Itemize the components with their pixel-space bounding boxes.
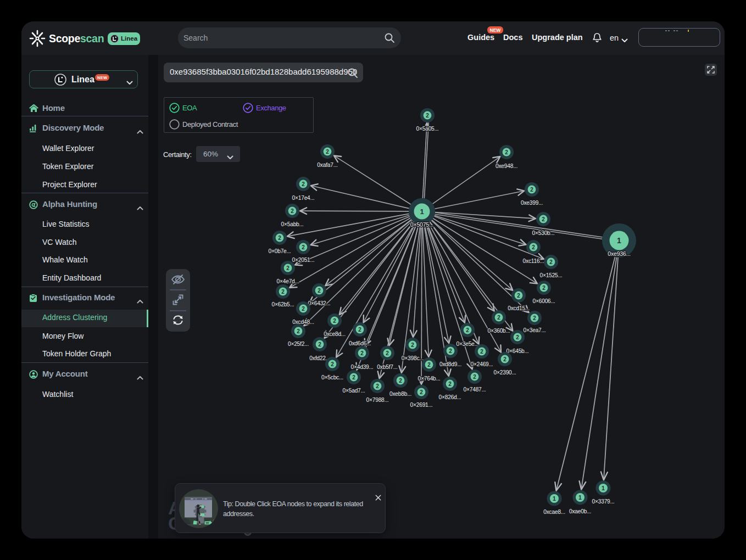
svg-text:0×5a05...: 0×5a05... bbox=[416, 126, 439, 132]
svg-text:2: 2 bbox=[503, 356, 506, 362]
svg-text:0xce8d...: 0xce8d... bbox=[324, 331, 346, 337]
svg-text:2: 2 bbox=[542, 285, 545, 291]
svg-text:0×5abb...: 0×5abb... bbox=[281, 221, 304, 227]
svg-text:0xcd15...: 0xcd15... bbox=[508, 305, 530, 311]
svg-text:2: 2 bbox=[318, 341, 321, 348]
svg-text:2: 2 bbox=[358, 327, 361, 333]
svg-text:2: 2 bbox=[448, 381, 452, 387]
svg-text:2: 2 bbox=[291, 208, 294, 214]
svg-text:0×2469...: 0×2469... bbox=[471, 361, 493, 367]
svg-text:2: 2 bbox=[281, 289, 285, 295]
svg-text:0xcd48...: 0xcd48... bbox=[292, 319, 314, 325]
svg-text:2: 2 bbox=[516, 334, 519, 340]
svg-text:2: 2 bbox=[473, 374, 476, 380]
svg-text:0xcae8...: 0xcae8... bbox=[543, 509, 565, 515]
svg-text:0xb5f7...: 0xb5f7... bbox=[377, 364, 397, 370]
svg-text:2: 2 bbox=[449, 348, 452, 354]
svg-text:2: 2 bbox=[318, 288, 321, 294]
svg-text:2: 2 bbox=[386, 350, 389, 356]
svg-text:2: 2 bbox=[530, 187, 533, 193]
svg-text:2: 2 bbox=[505, 149, 508, 155]
svg-text:2: 2 bbox=[549, 259, 553, 265]
svg-text:0×6006...: 0×6006... bbox=[533, 298, 555, 304]
svg-text:2: 2 bbox=[517, 293, 520, 299]
svg-text:2: 2 bbox=[480, 349, 483, 355]
svg-text:0×7988...: 0×7988... bbox=[366, 397, 389, 403]
svg-text:0×826d...: 0×826d... bbox=[439, 394, 461, 400]
svg-text:0xc116...: 0xc116... bbox=[523, 258, 544, 264]
svg-text:0×0b7e...: 0×0b7e... bbox=[269, 248, 291, 254]
svg-text:0×2691...: 0×2691... bbox=[410, 402, 433, 408]
svg-text:0×398c...: 0×398c... bbox=[402, 355, 424, 361]
svg-text:2: 2 bbox=[466, 327, 469, 333]
svg-text:0×2390...: 0×2390... bbox=[494, 369, 516, 376]
svg-text:0×3379...: 0×3379... bbox=[592, 499, 615, 505]
svg-text:0×17e4...: 0×17e4... bbox=[292, 195, 315, 201]
svg-text:2: 2 bbox=[331, 361, 334, 367]
svg-text:1: 1 bbox=[553, 495, 556, 502]
svg-text:2: 2 bbox=[333, 318, 336, 324]
svg-text:0xd8d9...: 0xd8d9... bbox=[439, 361, 461, 367]
svg-text:2: 2 bbox=[426, 113, 429, 119]
svg-text:0×3e5e...: 0×3e5e... bbox=[456, 341, 479, 347]
svg-text:0xd6d6...: 0xd6d6... bbox=[349, 340, 371, 346]
svg-text:2: 2 bbox=[533, 315, 536, 321]
svg-text:0xe948...: 0xe948... bbox=[496, 163, 517, 169]
svg-text:2: 2 bbox=[399, 378, 402, 384]
svg-text:2: 2 bbox=[302, 181, 305, 187]
svg-text:2: 2 bbox=[497, 315, 500, 321]
svg-text:0×5075...: 0×5075... bbox=[410, 221, 433, 228]
svg-text:0xe399...: 0xe399... bbox=[521, 200, 543, 206]
svg-text:0xae0b...: 0xae0b... bbox=[569, 508, 591, 514]
svg-text:2: 2 bbox=[302, 306, 305, 312]
svg-text:2: 2 bbox=[352, 374, 355, 380]
svg-text:2: 2 bbox=[302, 244, 305, 250]
svg-text:2: 2 bbox=[532, 244, 535, 250]
svg-text:2: 2 bbox=[411, 342, 414, 348]
svg-text:0xeb8b...: 0xeb8b... bbox=[389, 391, 411, 397]
svg-text:2: 2 bbox=[360, 350, 364, 356]
svg-text:2: 2 bbox=[376, 383, 379, 389]
svg-text:1: 1 bbox=[617, 236, 621, 245]
svg-text:0×6432...: 0×6432... bbox=[308, 300, 331, 306]
svg-text:0×5cbc...: 0×5cbc... bbox=[321, 374, 343, 380]
svg-text:2: 2 bbox=[420, 389, 423, 395]
svg-text:0xe936...: 0xe936... bbox=[608, 250, 630, 257]
svg-text:0×1525...: 0×1525... bbox=[540, 272, 563, 278]
svg-text:1: 1 bbox=[578, 494, 582, 501]
svg-text:0×764b...: 0×764b... bbox=[418, 376, 441, 382]
svg-text:0×530b...: 0×530b... bbox=[532, 230, 555, 236]
svg-text:0×5ad7...: 0×5ad7... bbox=[343, 388, 365, 394]
svg-text:0×4d39...: 0×4d39... bbox=[351, 364, 374, 370]
svg-text:0×360b...: 0×360b... bbox=[488, 328, 510, 334]
svg-text:0×25f2...: 0×25f2... bbox=[288, 341, 309, 347]
svg-text:0×4e7d...: 0×4e7d... bbox=[277, 278, 299, 284]
svg-text:2: 2 bbox=[286, 265, 290, 271]
svg-text:2: 2 bbox=[278, 235, 281, 241]
svg-text:0×7487...: 0×7487... bbox=[464, 387, 486, 393]
svg-text:0×2051...: 0×2051... bbox=[292, 257, 315, 263]
svg-text:2: 2 bbox=[326, 149, 329, 155]
svg-text:2: 2 bbox=[542, 216, 545, 222]
svg-text:2: 2 bbox=[427, 362, 431, 368]
svg-text:1: 1 bbox=[602, 485, 605, 491]
svg-text:0×645b...: 0×645b... bbox=[506, 348, 529, 354]
svg-text:0×3ea7...: 0×3ea7... bbox=[524, 327, 546, 333]
svg-text:1: 1 bbox=[420, 208, 424, 216]
svg-text:0xafa7...: 0xafa7... bbox=[317, 162, 337, 168]
svg-text:0×62b5...: 0×62b5... bbox=[272, 301, 294, 307]
svg-text:2: 2 bbox=[297, 328, 300, 334]
